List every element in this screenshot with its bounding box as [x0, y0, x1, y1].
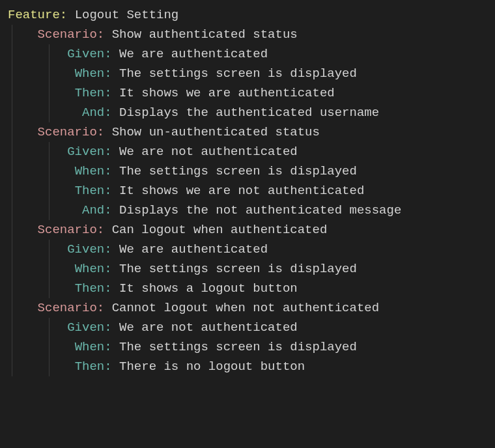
colon: :: [60, 8, 67, 22]
step-text: The settings screen is displayed: [112, 340, 357, 354]
step-line: Then: It shows we are authenticated: [8, 83, 487, 103]
feature-keyword: Feature: [8, 8, 60, 22]
step-text: The settings screen is displayed: [112, 262, 357, 276]
step-keyword-when: When: [75, 340, 105, 354]
scenario-title: Can logout when authenticated: [104, 223, 327, 237]
scenario-keyword: Scenario: [38, 223, 97, 237]
feature-line: Feature: Logout Setting: [8, 5, 487, 25]
scenario-line: Scenario: Show un-authenticated status: [8, 122, 487, 142]
step-text: Displays the authenticated username: [112, 105, 379, 120]
colon: :: [104, 86, 111, 100]
scenario-line: Scenario: Can logout when authenticated: [8, 220, 487, 240]
step-text: We are not authenticated: [112, 145, 298, 159]
colon: :: [104, 281, 111, 296]
colon: :: [104, 184, 111, 198]
indent-guide: [49, 44, 50, 122]
scenario-keyword: Scenario: [38, 301, 97, 315]
colon: :: [104, 66, 111, 81]
step-keyword-when: When: [75, 262, 105, 276]
step-line: When: The settings screen is displayed: [8, 259, 487, 279]
colon: :: [104, 340, 111, 354]
scenario-line: Scenario: Show authenticated status: [8, 25, 487, 44]
step-line: When: The settings screen is displayed: [8, 161, 487, 181]
colon: :: [104, 262, 111, 276]
step-line: When: The settings screen is displayed: [8, 337, 487, 357]
scenario-line: Scenario: Cannot logout when not authent…: [8, 298, 487, 318]
step-keyword-given: Given: [67, 47, 104, 61]
colon: :: [104, 145, 111, 159]
step-line: Then: It shows we are not authenticated: [8, 181, 487, 201]
step-keyword-when: When: [75, 66, 105, 81]
step-text: It shows we are authenticated: [112, 86, 335, 100]
colon: :: [97, 301, 104, 315]
feature-title: Logout Setting: [67, 8, 178, 22]
step-keyword-then: Then: [75, 281, 105, 296]
step-keyword-then: Then: [75, 86, 105, 100]
step-text: The settings screen is displayed: [112, 66, 357, 81]
colon: :: [104, 320, 111, 335]
indent-guide: [49, 240, 50, 298]
step-line: And: Displays the authenticated username: [8, 103, 487, 122]
step-keyword-given: Given: [67, 242, 104, 257]
scenario-title: Show un-authenticated status: [104, 125, 320, 139]
step-keyword-then: Then: [75, 184, 105, 198]
step-text: We are authenticated: [112, 47, 268, 61]
colon: :: [104, 47, 111, 61]
indent-guide: [12, 25, 12, 376]
scenario-keyword: Scenario: [38, 125, 97, 139]
step-text: The settings screen is displayed: [112, 164, 357, 178]
step-text: It shows we are not authenticated: [112, 184, 365, 198]
colon: :: [104, 105, 111, 120]
colon: :: [104, 242, 111, 257]
step-text: It shows a logout button: [112, 281, 298, 296]
step-keyword-when: When: [75, 164, 105, 178]
step-line: Then: It shows a logout button: [8, 279, 487, 298]
scenario-keyword: Scenario: [38, 27, 97, 42]
step-line: And: Displays the not authenticated mess…: [8, 201, 487, 220]
step-keyword-and: And: [82, 203, 104, 217]
step-line: Given: We are not authenticated: [8, 318, 487, 337]
scenario-title: Cannot logout when not authenticated: [104, 301, 379, 315]
step-keyword-given: Given: [67, 320, 104, 335]
step-text: There is no logout button: [112, 359, 305, 374]
colon: :: [97, 27, 104, 42]
step-line: Then: There is no logout button: [8, 357, 487, 376]
scenario-title: Show authenticated status: [104, 27, 297, 42]
step-text: We are not authenticated: [112, 320, 298, 335]
indent-guide: [49, 142, 50, 220]
step-line: Given: We are authenticated: [8, 44, 487, 64]
step-keyword-and: And: [82, 105, 104, 120]
step-line: Given: We are authenticated: [8, 240, 487, 259]
step-keyword-given: Given: [67, 145, 104, 159]
indent-guide: [49, 318, 50, 376]
colon: :: [104, 164, 111, 178]
step-line: When: The settings screen is displayed: [8, 64, 487, 83]
colon: :: [97, 125, 104, 139]
step-text: Displays the not authenticated message: [112, 203, 402, 217]
colon: :: [104, 359, 111, 374]
colon: :: [104, 203, 111, 217]
step-text: We are authenticated: [112, 242, 268, 257]
colon: :: [97, 223, 104, 237]
code-editor[interactable]: Feature: Logout Setting Scenario: Show a…: [0, 0, 495, 382]
step-line: Given: We are not authenticated: [8, 142, 487, 161]
step-keyword-then: Then: [75, 359, 105, 374]
